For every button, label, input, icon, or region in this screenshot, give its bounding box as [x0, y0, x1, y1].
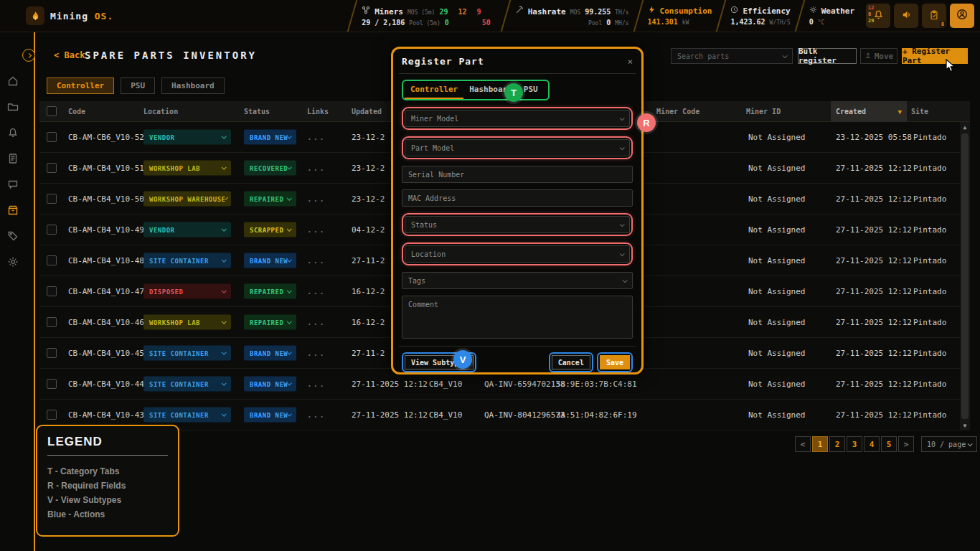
sidebar-item-settings[interactable] — [7, 256, 19, 268]
links-menu[interactable]: ... — [307, 133, 326, 142]
row-checkbox[interactable] — [47, 286, 57, 296]
links-menu[interactable]: ... — [307, 225, 326, 235]
page-button-2[interactable]: 2 — [829, 436, 845, 452]
modal-tab-controller[interactable]: Controller — [405, 83, 463, 99]
location-select[interactable]: SITE CONTAINER — [143, 346, 231, 361]
status-select[interactable]: RECOVERED — [244, 161, 296, 176]
miners-icon — [362, 6, 370, 14]
row-checkbox[interactable] — [47, 255, 57, 265]
links-menu[interactable]: ... — [307, 256, 326, 265]
sidebar-item-alerts[interactable] — [7, 127, 19, 138]
cell-model: CB4_V10 — [429, 410, 462, 420]
status-select[interactable]: BRAND NEW — [244, 346, 296, 361]
status-select[interactable]: Status — [405, 216, 630, 233]
part-model-select[interactable]: Part Model — [405, 139, 630, 156]
save-button[interactable]: Save — [600, 355, 630, 369]
sidebar-item-inventory[interactable] — [7, 204, 19, 216]
legend-item: V - View Subtypes — [47, 493, 168, 507]
row-checkbox[interactable] — [47, 348, 57, 358]
row-checkbox[interactable] — [47, 410, 57, 420]
table-scrollbar[interactable]: ▲ ▼ — [960, 122, 970, 430]
scroll-up-icon[interactable]: ▲ — [960, 122, 970, 132]
sound-button[interactable] — [894, 4, 918, 28]
links-menu[interactable]: ... — [307, 410, 326, 420]
tasks-button[interactable]: 8 — [922, 4, 946, 28]
location-select[interactable]: DISPOSED — [143, 284, 231, 299]
notifications-button[interactable]: 12 8 29 — [866, 4, 890, 28]
row-checkbox[interactable] — [47, 132, 57, 142]
cancel-button[interactable]: Cancel — [552, 355, 590, 369]
cell-site: Pintado — [913, 318, 946, 327]
cell-miner-id: Not Assigned — [748, 164, 805, 173]
page-button-4[interactable]: 4 — [864, 436, 880, 452]
scrollbar-thumb[interactable] — [961, 133, 969, 419]
tab-hashboard[interactable]: Hashboard — [161, 77, 225, 94]
mac-address-input[interactable]: MAC Address — [402, 189, 633, 207]
page-next-button[interactable]: > — [898, 436, 914, 452]
bulk-register-button[interactable]: Bulk register — [798, 48, 857, 64]
row-checkbox[interactable] — [47, 194, 57, 204]
select-all-checkbox[interactable] — [47, 106, 57, 116]
cell-code: CB-AM-CB4_V10-44 — [68, 380, 144, 389]
links-menu[interactable]: ... — [307, 194, 326, 204]
miner-model-select[interactable]: Miner Model — [405, 110, 630, 127]
row-checkbox[interactable] — [47, 225, 57, 235]
page-button-5[interactable]: 5 — [881, 436, 897, 452]
chevron-down-icon — [968, 441, 973, 446]
cell-code: CB-AM-CB4_V10-51 — [68, 164, 144, 173]
search-parts-select[interactable]: Search parts — [671, 48, 793, 64]
status-select[interactable]: BRAND NEW — [244, 408, 296, 423]
tab-psu[interactable]: PSU — [121, 77, 155, 94]
sidebar-item-folders[interactable] — [7, 101, 19, 113]
sidebar-item-reports[interactable] — [7, 153, 19, 164]
links-menu[interactable]: ... — [307, 318, 326, 327]
expand-panel-button[interactable] — [22, 49, 35, 62]
links-menu[interactable]: ... — [307, 287, 326, 296]
links-menu[interactable]: ... — [307, 349, 326, 358]
serial-number-input[interactable]: Serial Number — [402, 166, 633, 183]
links-menu[interactable]: ... — [307, 164, 326, 173]
location-select[interactable]: VENDOR — [143, 222, 231, 237]
modal-close-button[interactable]: × — [628, 57, 633, 67]
status-select[interactable]: REPAIRED — [244, 192, 296, 207]
links-menu[interactable]: ... — [307, 380, 326, 389]
location-select[interactable]: Location — [405, 245, 630, 263]
scroll-down-icon[interactable]: ▼ — [960, 420, 970, 430]
miners-pool-sub: Pool (5m) — [409, 20, 440, 27]
comment-textarea[interactable]: Comment — [402, 296, 633, 339]
page-size-select[interactable]: 10 / page — [921, 436, 977, 452]
status-select[interactable]: BRAND NEW — [244, 130, 296, 145]
location-select[interactable]: VENDOR — [143, 130, 231, 145]
sidebar-item-home[interactable] — [7, 75, 19, 87]
sidebar-item-messages[interactable] — [7, 179, 19, 190]
page-prev-button[interactable]: < — [795, 436, 811, 452]
account-button[interactable] — [950, 4, 974, 28]
status-select[interactable]: SCRAPPED — [244, 222, 296, 237]
col-created-sort[interactable]: Created ▼ — [831, 101, 907, 122]
location-select[interactable]: SITE CONTAINER — [143, 377, 231, 392]
register-part-button[interactable]: + Register Part — [902, 48, 968, 64]
row-checkbox[interactable] — [47, 163, 57, 173]
location-select[interactable]: WORKSHOP WAREHOUSE — [143, 192, 231, 207]
location-value: WORKSHOP LAB — [149, 319, 200, 326]
status-select[interactable]: REPAIRED — [244, 315, 296, 330]
back-link[interactable]: < Back — [54, 50, 85, 60]
status-select[interactable]: REPAIRED — [244, 284, 296, 299]
location-select[interactable]: WORKSHOP LAB — [143, 315, 231, 330]
tab-controller[interactable]: Controller — [47, 77, 114, 94]
location-select[interactable]: WORKSHOP LAB — [143, 161, 231, 176]
location-select[interactable]: SITE CONTAINER — [143, 408, 231, 423]
location-select[interactable]: SITE CONTAINER — [143, 253, 231, 268]
consumption-label: Consumption — [660, 6, 712, 16]
page-button-3[interactable]: 3 — [847, 436, 862, 452]
move-button[interactable]: Move — [860, 48, 897, 64]
status-select[interactable]: BRAND NEW — [244, 253, 296, 268]
row-checkbox[interactable] — [47, 317, 57, 327]
cell-site: Pintado — [913, 133, 946, 142]
page-button-1[interactable]: 1 — [812, 436, 828, 452]
row-checkbox[interactable] — [47, 379, 57, 389]
tags-select[interactable]: Tags — [402, 272, 633, 289]
sidebar-item-tags[interactable] — [7, 230, 19, 242]
status-select[interactable]: BRAND NEW — [244, 377, 296, 392]
cell-updated: 16-12-2 — [352, 318, 385, 327]
